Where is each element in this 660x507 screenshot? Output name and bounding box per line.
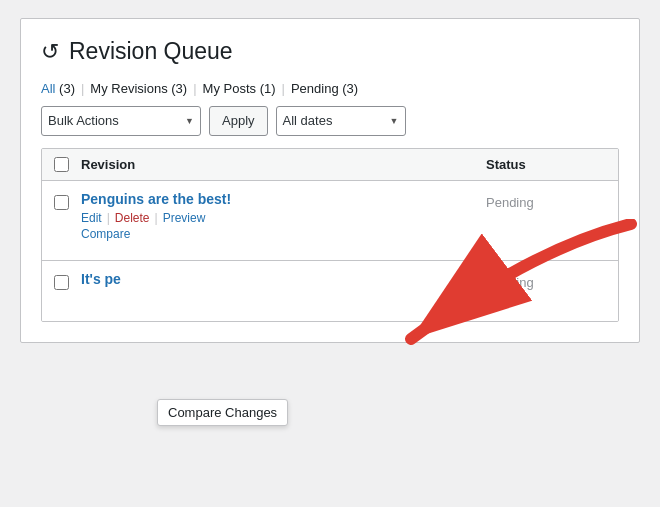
table-header: Revision Status <box>42 149 618 181</box>
tab-my-revisions-link[interactable]: My Revisions (3) <box>90 81 187 96</box>
page-title-section: ↺ Revision Queue <box>41 37 619 67</box>
table-row: It's pe Pending <box>42 261 618 321</box>
tab-all-count: (3) <box>59 81 75 96</box>
row2-title[interactable]: It's pe <box>81 271 474 287</box>
bulk-actions-select[interactable]: Bulk Actions ▼ <box>41 106 201 136</box>
row1-status: Pending <box>486 191 606 210</box>
row2-content: It's pe <box>81 271 474 291</box>
row1-content: Penguins are the best! Edit | Delete | P… <box>81 191 474 241</box>
bulk-actions-arrow-icon: ▼ <box>185 116 194 126</box>
filter-tabs: All (3) | My Revisions (3) | My Posts (1… <box>41 81 619 96</box>
date-filter-arrow-icon: ▼ <box>390 116 399 126</box>
sep3: | <box>282 81 285 96</box>
history-icon: ↺ <box>41 39 59 65</box>
tab-pending-link[interactable]: Pending (3) <box>291 81 358 96</box>
date-filter-select[interactable]: All dates ▼ <box>276 106 406 136</box>
row2-status: Pending <box>486 271 606 290</box>
revision-table: Revision Status Penguins are the best! E… <box>41 148 619 322</box>
page-title: Revision Queue <box>69 37 233 67</box>
table-row: Penguins are the best! Edit | Delete | P… <box>42 181 618 261</box>
tab-all-link[interactable]: All <box>41 81 55 96</box>
apply-button[interactable]: Apply <box>209 106 268 136</box>
col-header-status: Status <box>486 157 606 172</box>
date-filter-label: All dates <box>283 113 333 128</box>
sep-pipe2: | <box>155 211 158 225</box>
compare-changes-tooltip: Compare Changes <box>157 399 288 426</box>
row1-title[interactable]: Penguins are the best! <box>81 191 474 207</box>
tooltip-text: Compare Changes <box>168 405 277 420</box>
row1-compare-link[interactable]: Compare <box>81 227 130 241</box>
row1-edit-link[interactable]: Edit <box>81 211 102 225</box>
tab-my-posts-link[interactable]: My Posts (1) <box>203 81 276 96</box>
row2-checkbox[interactable] <box>54 275 69 290</box>
row1-preview-link[interactable]: Preview <box>163 211 206 225</box>
row1-checkbox[interactable] <box>54 195 69 210</box>
header-checkbox[interactable] <box>54 157 69 172</box>
row1-delete-link[interactable]: Delete <box>115 211 150 225</box>
sep1: | <box>81 81 84 96</box>
bulk-actions-label: Bulk Actions <box>48 113 119 128</box>
col-header-revision: Revision <box>81 157 474 172</box>
bulk-actions-row: Bulk Actions ▼ Apply All dates ▼ <box>41 106 619 136</box>
row1-compare-actions: Compare <box>81 225 474 241</box>
sep-pipe1: | <box>107 211 110 225</box>
row1-actions: Edit | Delete | Preview <box>81 211 474 225</box>
tab-all-label: All (3) <box>41 81 75 96</box>
sep2: | <box>193 81 196 96</box>
